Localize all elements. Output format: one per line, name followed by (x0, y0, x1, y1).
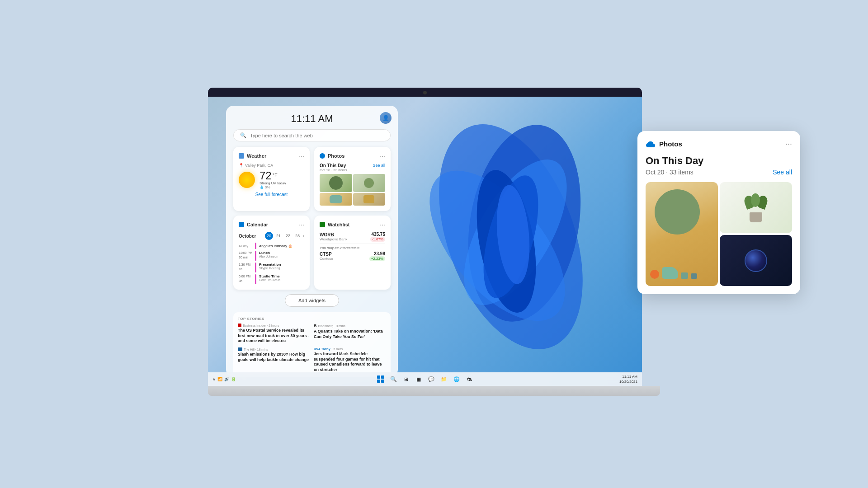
laptop-base (208, 386, 660, 396)
news-item-3[interactable]: The Hill · 18 mins Slash emissions by 20… (238, 347, 310, 373)
news-1-source-row: Business Insider · 2 hours (238, 324, 310, 327)
cup-2 (691, 273, 697, 279)
file-explorer-icon[interactable]: 📁 (439, 375, 448, 384)
avatar[interactable]: 👤 (380, 112, 392, 124)
taskbar: ∧ 📶 🔊 🔋 (208, 372, 642, 386)
globe-obj (745, 249, 767, 272)
volume-icon[interactable]: 🔊 (224, 377, 229, 381)
popup-photo-globe[interactable] (720, 235, 792, 286)
photos-header: Photos ··· (320, 152, 385, 160)
cal-date-22[interactable]: 22 (284, 232, 292, 240)
search-taskbar-icon[interactable]: 🔍 (389, 375, 398, 384)
win-logo (377, 375, 384, 383)
laptop-screen-bezel: 11:11 AM 👤 🔍 (208, 88, 642, 386)
windows-start-button[interactable] (376, 375, 385, 384)
wifi-icon[interactable]: 📶 (217, 377, 222, 381)
stock-ctsp[interactable]: CTSP Contoso 23.98 +2.23% (320, 251, 385, 261)
cal-studio-bar (255, 274, 256, 284)
battery-icon[interactable]: 🔋 (231, 377, 236, 381)
add-widgets-button[interactable]: Add widgets (285, 294, 339, 307)
news-label: TOP STORIES (238, 317, 386, 321)
cal-lunch-location: Alex Johnson (259, 255, 278, 258)
search-bar[interactable]: 🔍 (233, 129, 391, 141)
teapot-shape (330, 195, 342, 203)
popup-see-all-link[interactable]: See all (773, 169, 792, 176)
photos-date: Oct 20 · 33 items (320, 168, 347, 172)
popup-title-row: Photos (646, 140, 682, 148)
ctsp-company: Contoso (320, 257, 333, 261)
photo-thumb-2[interactable] (353, 174, 386, 192)
calendar-title: Calendar (247, 222, 268, 227)
stock-wgrb[interactable]: WGRB Woodgrove Bank 435.75 -1.67% (320, 232, 385, 244)
win-logo-bl (377, 380, 380, 383)
widgets-panel: 11:11 AM 👤 🔍 (226, 106, 398, 377)
photo-thumb-4[interactable] (353, 193, 386, 206)
popup-more-icon[interactable]: ··· (785, 139, 792, 149)
weather-more-icon[interactable]: ··· (299, 152, 304, 160)
search-input[interactable] (250, 133, 384, 138)
calendar-more-icon[interactable]: ··· (299, 221, 304, 228)
weather-location-row: 📍 Valley Park, CA (239, 163, 304, 168)
weather-temp-display: 72 °F (259, 170, 304, 181)
plant-leaves-top (745, 193, 767, 211)
weather-temperature: 72 (259, 170, 272, 181)
ctsp-symbol: CTSP (320, 252, 333, 257)
photos-cloud-icon (320, 153, 325, 159)
cal-studio-time: 6:00 PM3h (239, 274, 252, 283)
wgrb-change: -1.67% (370, 237, 385, 242)
watchlist-widget: Watchlist ··· WGRB Woodgrove Bank 435.7 (314, 216, 391, 290)
watchlist-title-row: Watchlist (320, 222, 350, 227)
weather-location-text: Valley Park, CA (245, 163, 273, 168)
photos-see-all-link[interactable]: See all (373, 163, 385, 168)
photo-thumb-3[interactable] (320, 193, 352, 206)
cal-date-23[interactable]: 23 (293, 232, 302, 240)
taskbar-time-text: 11:11 AM (619, 374, 637, 379)
watchlist-more-icon[interactable]: ··· (380, 221, 385, 228)
popup-tea-items (650, 267, 697, 279)
edge-icon[interactable]: 🌐 (452, 375, 461, 384)
photos-more-icon[interactable]: ··· (380, 152, 385, 160)
news-item-2[interactable]: B Bloomberg · 3 mins A Quant's Take on I… (314, 324, 386, 344)
taskbar-clock[interactable]: 11:11 AM 10/20/2021 (619, 374, 637, 384)
win-logo-tl (377, 375, 380, 379)
news-4-headline: Jets forward Mark Scheifele suspended fo… (314, 352, 386, 373)
cal-date-21[interactable]: 21 (274, 232, 283, 240)
photo-thumb-1[interactable] (320, 174, 352, 192)
photos-widget-title: Photos (328, 153, 344, 159)
taskbar-chevron-icon[interactable]: ∧ (212, 377, 216, 381)
cal-pres-time: 1:30 PM1h (239, 263, 252, 272)
cal-date-20[interactable]: 20 (265, 232, 273, 240)
weather-forecast-link[interactable]: See full forecast (239, 192, 304, 197)
teams-icon[interactable]: 💬 (427, 375, 436, 384)
win-logo-tr (381, 375, 384, 379)
news-4-source: · 5 mins (332, 347, 343, 351)
weather-description: Strong UV today (259, 181, 304, 185)
news-item-1[interactable]: Business Insider · 2 hours The US Postal… (238, 324, 310, 344)
taskbar-date-text: 10/20/2021 (619, 379, 637, 384)
calendar-widget: Calendar ··· October 20 21 22 23 (233, 216, 310, 290)
widgets-glyph: ▦ (416, 376, 421, 382)
business-insider-icon (238, 324, 241, 327)
cal-pres-info: Presentation Skype Meeting (259, 263, 281, 270)
cal-allday-event: All day Angela's Birthday 🎂 (239, 243, 304, 249)
cal-event-studio: 6:00 PM3h Studio Time Conf Rm 32/35 (239, 274, 304, 284)
search-icon: 🔍 (240, 132, 246, 138)
popup-photo-large[interactable] (646, 182, 718, 286)
popup-app-name: Photos (659, 140, 682, 148)
calendar-dates: 20 21 22 23 › (265, 232, 304, 240)
weather-header: Weather ··· (239, 152, 304, 160)
cal-allday-bar (255, 243, 256, 249)
task-view-icon[interactable]: ⊞ (401, 375, 410, 384)
cal-studio-name: Studio Time (259, 274, 280, 278)
calendar-icon (239, 222, 244, 227)
widgets-taskbar-icon[interactable]: ▦ (414, 375, 423, 384)
news-item-4[interactable]: USA Today · 5 mins Jets forward Mark Sch… (314, 347, 386, 373)
store-icon[interactable]: 🛍 (465, 375, 474, 384)
weather-info: 72 °F Strong UV today 💧 0% (259, 170, 304, 189)
popup-photo-plant[interactable] (720, 182, 792, 233)
photos-popup-icon (646, 140, 656, 148)
laptop-shell: 11:11 AM 👤 🔍 (208, 81, 660, 407)
orange-fruit (650, 270, 659, 279)
win-logo-br (381, 380, 384, 383)
photos-thumbnails (320, 174, 385, 206)
